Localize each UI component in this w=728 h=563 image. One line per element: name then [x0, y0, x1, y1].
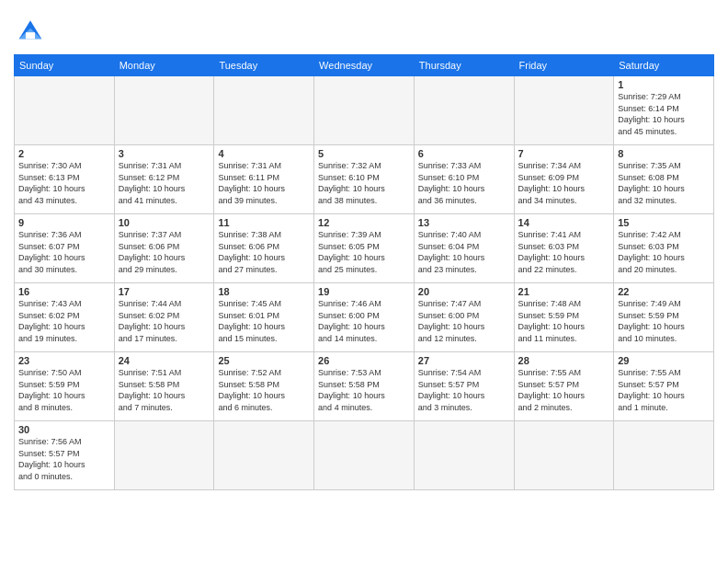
- calendar-cell: 12Sunrise: 7:39 AM Sunset: 6:05 PM Dayli…: [314, 214, 415, 283]
- day-info: Sunrise: 7:54 AM Sunset: 5:57 PM Dayligh…: [418, 367, 510, 413]
- day-number: 28: [518, 355, 610, 366]
- calendar-cell: [114, 421, 214, 490]
- day-info: Sunrise: 7:55 AM Sunset: 5:57 PM Dayligh…: [618, 367, 710, 413]
- day-number: 2: [18, 148, 110, 159]
- day-number: 16: [18, 286, 110, 297]
- calendar-cell: 11Sunrise: 7:38 AM Sunset: 6:06 PM Dayli…: [214, 214, 314, 283]
- calendar-cell: [314, 76, 415, 145]
- day-number: 17: [119, 286, 210, 297]
- calendar-cell: 13Sunrise: 7:40 AM Sunset: 6:04 PM Dayli…: [414, 214, 514, 283]
- calendar-cell: 20Sunrise: 7:47 AM Sunset: 6:00 PM Dayli…: [414, 283, 514, 352]
- svg-rect-3: [26, 32, 35, 39]
- day-number: 29: [618, 355, 710, 366]
- calendar-cell: 2Sunrise: 7:30 AM Sunset: 6:13 PM Daylig…: [15, 145, 115, 214]
- day-number: 18: [218, 286, 310, 297]
- calendar-cell: 15Sunrise: 7:42 AM Sunset: 6:03 PM Dayli…: [614, 214, 714, 283]
- day-info: Sunrise: 7:43 AM Sunset: 6:02 PM Dayligh…: [18, 298, 110, 344]
- weekday-sunday: Sunday: [15, 55, 115, 76]
- week-row-4: 23Sunrise: 7:50 AM Sunset: 5:59 PM Dayli…: [15, 352, 714, 421]
- weekday-header-row: SundayMondayTuesdayWednesdayThursdayFrid…: [15, 55, 714, 76]
- day-info: Sunrise: 7:29 AM Sunset: 6:14 PM Dayligh…: [618, 91, 710, 137]
- header: [14, 14, 714, 47]
- day-info: Sunrise: 7:41 AM Sunset: 6:03 PM Dayligh…: [518, 229, 610, 275]
- week-row-5: 30Sunrise: 7:56 AM Sunset: 5:57 PM Dayli…: [15, 421, 714, 490]
- calendar-cell: 6Sunrise: 7:33 AM Sunset: 6:10 PM Daylig…: [414, 145, 514, 214]
- calendar-cell: [214, 421, 314, 490]
- week-row-0: 1Sunrise: 7:29 AM Sunset: 6:14 PM Daylig…: [15, 76, 714, 145]
- weekday-saturday: Saturday: [614, 55, 714, 76]
- day-info: Sunrise: 7:44 AM Sunset: 6:02 PM Dayligh…: [119, 298, 210, 344]
- day-number: 15: [618, 217, 710, 228]
- day-number: 12: [318, 217, 410, 228]
- calendar-cell: [114, 76, 214, 145]
- calendar-cell: [314, 421, 415, 490]
- day-number: 22: [618, 286, 710, 297]
- calendar-cell: 1Sunrise: 7:29 AM Sunset: 6:14 PM Daylig…: [614, 76, 714, 145]
- day-info: Sunrise: 7:32 AM Sunset: 6:10 PM Dayligh…: [318, 160, 410, 206]
- calendar-cell: [214, 76, 314, 145]
- calendar-cell: 17Sunrise: 7:44 AM Sunset: 6:02 PM Dayli…: [114, 283, 214, 352]
- calendar-cell: 21Sunrise: 7:48 AM Sunset: 5:59 PM Dayli…: [514, 283, 614, 352]
- day-info: Sunrise: 7:31 AM Sunset: 6:12 PM Dayligh…: [119, 160, 210, 206]
- day-number: 26: [318, 355, 410, 366]
- day-number: 3: [119, 148, 210, 159]
- calendar-cell: [15, 76, 115, 145]
- day-info: Sunrise: 7:38 AM Sunset: 6:06 PM Dayligh…: [218, 229, 310, 275]
- day-info: Sunrise: 7:31 AM Sunset: 6:11 PM Dayligh…: [218, 160, 310, 206]
- calendar-cell: 24Sunrise: 7:51 AM Sunset: 5:58 PM Dayli…: [114, 352, 214, 421]
- day-info: Sunrise: 7:53 AM Sunset: 5:58 PM Dayligh…: [318, 367, 410, 413]
- day-info: Sunrise: 7:47 AM Sunset: 6:00 PM Dayligh…: [418, 298, 510, 344]
- day-number: 20: [418, 286, 510, 297]
- day-number: 25: [218, 355, 310, 366]
- day-number: 14: [518, 217, 610, 228]
- day-info: Sunrise: 7:50 AM Sunset: 5:59 PM Dayligh…: [18, 367, 110, 413]
- weekday-wednesday: Wednesday: [314, 55, 415, 76]
- day-info: Sunrise: 7:52 AM Sunset: 5:58 PM Dayligh…: [218, 367, 310, 413]
- calendar-cell: 19Sunrise: 7:46 AM Sunset: 6:00 PM Dayli…: [314, 283, 415, 352]
- page: SundayMondayTuesdayWednesdayThursdayFrid…: [0, 0, 728, 563]
- day-info: Sunrise: 7:48 AM Sunset: 5:59 PM Dayligh…: [518, 298, 610, 344]
- day-number: 9: [18, 217, 110, 228]
- calendar-cell: 23Sunrise: 7:50 AM Sunset: 5:59 PM Dayli…: [15, 352, 115, 421]
- day-info: Sunrise: 7:55 AM Sunset: 5:57 PM Dayligh…: [518, 367, 610, 413]
- day-info: Sunrise: 7:35 AM Sunset: 6:08 PM Dayligh…: [618, 160, 710, 206]
- week-row-2: 9Sunrise: 7:36 AM Sunset: 6:07 PM Daylig…: [15, 214, 714, 283]
- calendar-cell: 28Sunrise: 7:55 AM Sunset: 5:57 PM Dayli…: [514, 352, 614, 421]
- day-number: 5: [318, 148, 410, 159]
- calendar-cell: 25Sunrise: 7:52 AM Sunset: 5:58 PM Dayli…: [214, 352, 314, 421]
- day-number: 4: [218, 148, 310, 159]
- day-info: Sunrise: 7:46 AM Sunset: 6:00 PM Dayligh…: [318, 298, 410, 344]
- calendar-cell: 3Sunrise: 7:31 AM Sunset: 6:12 PM Daylig…: [114, 145, 214, 214]
- day-number: 21: [518, 286, 610, 297]
- day-number: 10: [119, 217, 210, 228]
- calendar-cell: 22Sunrise: 7:49 AM Sunset: 5:59 PM Dayli…: [614, 283, 714, 352]
- week-row-3: 16Sunrise: 7:43 AM Sunset: 6:02 PM Dayli…: [15, 283, 714, 352]
- day-number: 1: [618, 79, 710, 90]
- week-row-1: 2Sunrise: 7:30 AM Sunset: 6:13 PM Daylig…: [15, 145, 714, 214]
- calendar-cell: 7Sunrise: 7:34 AM Sunset: 6:09 PM Daylig…: [514, 145, 614, 214]
- calendar-cell: 27Sunrise: 7:54 AM Sunset: 5:57 PM Dayli…: [414, 352, 514, 421]
- day-number: 8: [618, 148, 710, 159]
- weekday-monday: Monday: [114, 55, 214, 76]
- weekday-thursday: Thursday: [414, 55, 514, 76]
- calendar-cell: 9Sunrise: 7:36 AM Sunset: 6:07 PM Daylig…: [15, 214, 115, 283]
- day-info: Sunrise: 7:37 AM Sunset: 6:06 PM Dayligh…: [119, 229, 210, 275]
- day-info: Sunrise: 7:42 AM Sunset: 6:03 PM Dayligh…: [618, 229, 710, 275]
- logo: [14, 14, 52, 47]
- calendar-cell: 18Sunrise: 7:45 AM Sunset: 6:01 PM Dayli…: [214, 283, 314, 352]
- day-info: Sunrise: 7:49 AM Sunset: 5:59 PM Dayligh…: [618, 298, 710, 344]
- calendar-cell: [514, 421, 614, 490]
- day-number: 7: [518, 148, 610, 159]
- calendar-table: SundayMondayTuesdayWednesdayThursdayFrid…: [14, 54, 714, 490]
- day-info: Sunrise: 7:45 AM Sunset: 6:01 PM Dayligh…: [218, 298, 310, 344]
- calendar-cell: 26Sunrise: 7:53 AM Sunset: 5:58 PM Dayli…: [314, 352, 415, 421]
- general-blue-logo-icon: [14, 14, 47, 47]
- calendar-cell: 5Sunrise: 7:32 AM Sunset: 6:10 PM Daylig…: [314, 145, 415, 214]
- calendar-cell: 30Sunrise: 7:56 AM Sunset: 5:57 PM Dayli…: [15, 421, 115, 490]
- day-number: 24: [119, 355, 210, 366]
- calendar-cell: [614, 421, 714, 490]
- calendar-cell: 4Sunrise: 7:31 AM Sunset: 6:11 PM Daylig…: [214, 145, 314, 214]
- day-number: 19: [318, 286, 410, 297]
- calendar-cell: [514, 76, 614, 145]
- day-info: Sunrise: 7:36 AM Sunset: 6:07 PM Dayligh…: [18, 229, 110, 275]
